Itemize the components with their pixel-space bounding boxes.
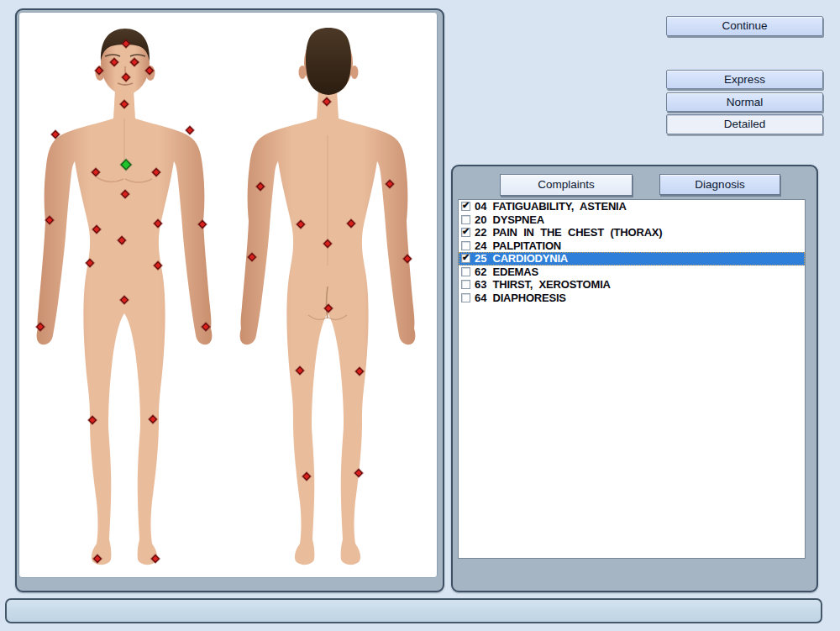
normal-mode-button[interactable]: Normal (666, 92, 823, 112)
body-marker-right-hand[interactable] (202, 323, 210, 331)
continue-button[interactable]: Continue (666, 16, 823, 36)
body-marker-left-elbow[interactable] (45, 216, 54, 224)
body-marker-left-eye[interactable] (110, 58, 118, 66)
tab-diagnosis[interactable]: Diagnosis (659, 174, 780, 195)
body-marker-left-hand[interactable] (36, 323, 45, 331)
complaint-checkbox-64[interactable] (461, 293, 470, 302)
body-marker-left-iliac[interactable] (86, 259, 94, 267)
complaint-row-63[interactable]: 63THIRST, XEROSTOMIA (459, 278, 805, 292)
body-marker-right-thigh-back[interactable] (355, 367, 364, 376)
body-marker-left-thigh-back[interactable] (296, 366, 304, 375)
complaint-code: 64 (475, 292, 486, 304)
body-marker-forehead[interactable] (122, 39, 130, 48)
body-marker-right-foot[interactable] (151, 555, 160, 563)
body-marker-left-flank[interactable] (92, 225, 101, 234)
complaint-code: 63 (475, 278, 486, 291)
body-marker-chest-center[interactable] (121, 160, 132, 171)
body-marker-right-calf-back[interactable] (354, 469, 363, 477)
body-marker-right-flank[interactable] (154, 219, 162, 228)
complaint-label: PALPITATION (492, 239, 561, 252)
complaint-checkbox-24[interactable] (461, 241, 470, 250)
body-marker-left-loin[interactable] (297, 220, 305, 229)
complaint-checkbox-22[interactable] (461, 228, 470, 237)
body-marker-right-ear[interactable] (145, 66, 154, 75)
complaints-panel: Complaints Diagnosis 04FATIGUABILITY, AS… (451, 165, 818, 592)
body-marker-left-calf-back[interactable] (302, 472, 311, 481)
complaint-label: CARDIODYNIA (492, 252, 568, 265)
complaint-checkbox-63[interactable] (461, 280, 470, 289)
body-marker-left-nipple[interactable] (92, 168, 100, 176)
complaint-checkbox-04[interactable] (461, 202, 470, 211)
body-marker-pubis[interactable] (120, 296, 129, 304)
tab-complaints[interactable]: Complaints (500, 174, 633, 196)
body-marker-right-upper-arm-back[interactable] (386, 180, 394, 188)
body-marker-left-ear[interactable] (95, 66, 103, 75)
complaint-code: 62 (475, 266, 486, 278)
body-marker-sacrum[interactable] (323, 239, 332, 248)
complaint-row-20[interactable]: 20DYSPNEA (459, 213, 805, 227)
complaint-label: EDEMAS (492, 266, 538, 278)
body-marker-chin-neck[interactable] (120, 100, 129, 108)
body-marker-left-foot[interactable] (93, 555, 102, 563)
body-marker-gluteal[interactable] (324, 304, 333, 313)
complaints-list[interactable]: 04FATIGUABILITY, ASTENIA20DYSPNEA22PAIN … (458, 199, 806, 559)
screen: Continue Express Normal Detailed Complai… (0, 0, 840, 631)
complaint-label: THIRST, XEROSTOMIA (492, 278, 610, 291)
complaint-row-25[interactable]: 25CARDIODYNIA (459, 252, 805, 266)
complaint-checkbox-25[interactable] (461, 254, 470, 263)
complaint-code: 20 (475, 213, 486, 226)
body-marker-right-forearm-back[interactable] (403, 255, 412, 263)
body-marker-left-knee[interactable] (88, 416, 97, 424)
complaint-code: 24 (475, 239, 486, 252)
body-marker-right-knee[interactable] (149, 415, 157, 423)
express-mode-button[interactable]: Express (666, 70, 823, 89)
body-marker-navel[interactable] (118, 236, 126, 245)
body-marker-right-iliac[interactable] (154, 261, 162, 270)
detailed-mode-button[interactable]: Detailed (666, 114, 823, 134)
body-marker-left-shoulder[interactable] (51, 130, 60, 139)
complaint-label: FATIGUABILITY, ASTENIA (492, 200, 626, 213)
body-marker-right-elbow[interactable] (198, 220, 207, 229)
complaint-checkbox-62[interactable] (461, 267, 470, 276)
status-bar (5, 598, 822, 623)
complaint-label: PAIN IN THE CHEST (THORAX) (492, 226, 662, 239)
body-marker-neck-back[interactable] (323, 97, 331, 106)
complaint-code: 22 (475, 226, 486, 239)
body-marker-right-nipple[interactable] (152, 168, 160, 176)
body-marker-left-forearm-back[interactable] (248, 253, 256, 261)
complaint-row-24[interactable]: 24PALPITATION (459, 239, 805, 253)
complaint-row-22[interactable]: 22PAIN IN THE CHEST (THORAX) (459, 226, 805, 239)
complaint-label: DYSPNEA (492, 213, 543, 226)
body-marker-right-loin[interactable] (347, 219, 355, 228)
body-marker-left-upper-arm-back[interactable] (256, 182, 265, 191)
complaint-label: DIAPHORESIS (492, 292, 565, 304)
complaint-row-64[interactable]: 64DIAPHORESIS (459, 292, 805, 305)
complaint-row-62[interactable]: 62EDEMAS (459, 266, 805, 279)
body-marker-right-shoulder[interactable] (186, 126, 194, 134)
complaint-code: 04 (475, 200, 486, 213)
body-marker-epigastrium[interactable] (121, 190, 129, 198)
complaint-code: 25 (475, 252, 486, 265)
body-map-panel (15, 8, 444, 592)
body-markers (17, 10, 443, 591)
complaint-row-04[interactable]: 04FATIGUABILITY, ASTENIA (459, 200, 805, 213)
body-marker-right-eye[interactable] (130, 58, 139, 66)
body-marker-nose[interactable] (122, 73, 130, 82)
complaint-checkbox-20[interactable] (461, 215, 470, 224)
